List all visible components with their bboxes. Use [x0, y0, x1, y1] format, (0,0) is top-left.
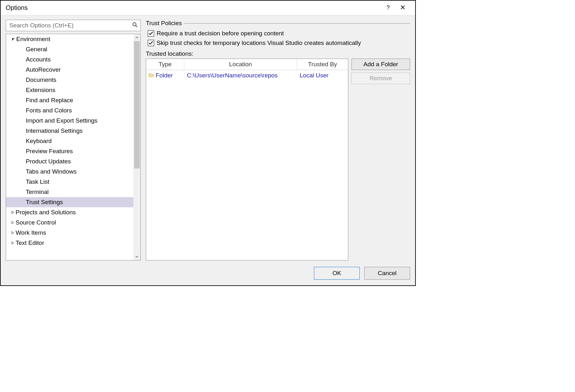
group-divider — [184, 23, 410, 24]
tree-label: Tabs and Windows — [26, 168, 76, 175]
chevron-collapsed-icon — [10, 231, 16, 234]
chevron-collapsed-icon — [10, 211, 16, 214]
dialog-footer: OK Cancel — [1, 260, 415, 285]
trusted-locations-table: Type Location Trusted By FolderC:\Users\… — [146, 59, 348, 260]
tree-label: Extensions — [26, 87, 55, 94]
tree-node-documents[interactable]: Documents — [6, 75, 133, 85]
tree-label: Terminal — [26, 189, 49, 196]
search-icon — [132, 22, 138, 29]
tree-label: Projects and Solutions — [16, 209, 76, 216]
tree-label: Keyboard — [26, 138, 52, 145]
tree-node-import-and-export-settings[interactable]: Import and Export Settings — [6, 116, 133, 126]
tree-label: Import and Export Settings — [26, 117, 97, 124]
table-row[interactable]: FolderC:\Users\UserName\source\reposLoca… — [146, 70, 348, 81]
tree-node-trust-settings[interactable]: Trust Settings — [6, 197, 133, 207]
titlebar: Options ? — [1, 1, 415, 15]
ok-button[interactable]: OK — [314, 267, 360, 280]
tree-label: General — [26, 46, 47, 53]
col-type-header[interactable]: Type — [146, 59, 184, 70]
require-trust-label: Require a trust decision before opening … — [157, 30, 284, 37]
search-options-input-wrap[interactable] — [6, 20, 141, 31]
tree-node-source-control[interactable]: Source Control — [6, 217, 133, 228]
col-trustedby-header[interactable]: Trusted By — [297, 59, 348, 70]
tree-label: Find and Replace — [26, 97, 73, 104]
tree-label: AutoRecover — [26, 66, 61, 73]
tree-label: Accounts — [26, 56, 51, 63]
tree-label: Text Editor — [16, 239, 44, 246]
window-title: Options — [6, 4, 28, 11]
group-title: Trust Policies — [146, 20, 182, 27]
tree-node-work-items[interactable]: Work Items — [6, 228, 133, 238]
skip-temp-label: Skip trust checks for temporary location… — [157, 39, 361, 46]
tree-node-international-settings[interactable]: International Settings — [6, 126, 133, 136]
tree-node-terminal[interactable]: Terminal — [6, 187, 133, 197]
chevron-expanded-icon — [11, 38, 16, 41]
add-folder-button[interactable]: Add a Folder — [351, 59, 410, 70]
tree-node-tabs-and-windows[interactable]: Tabs and Windows — [6, 167, 133, 177]
help-icon: ? — [387, 4, 390, 11]
cell-trustedby: Local User — [300, 72, 329, 79]
tree-label: Environment — [16, 36, 50, 43]
tree-label: Fonts and Colors — [26, 107, 72, 114]
tree-node-text-editor[interactable]: Text Editor — [6, 238, 133, 248]
remove-button: Remove — [351, 73, 410, 84]
folder-icon — [149, 72, 154, 79]
tree-node-accounts[interactable]: Accounts — [6, 54, 133, 65]
tree-label: Work Items — [16, 229, 46, 236]
trusted-locations-label: Trusted locations: — [146, 48, 410, 59]
tree-node-find-and-replace[interactable]: Find and Replace — [6, 95, 133, 105]
tree-node-extensions[interactable]: Extensions — [6, 85, 133, 95]
group-header: Trust Policies — [146, 20, 410, 27]
checkbox-checked-icon — [148, 30, 154, 37]
tree-label: Product Updates — [26, 158, 71, 165]
tree-node-keyboard[interactable]: Keyboard — [6, 136, 133, 146]
tree-node-autorecover[interactable]: AutoRecover — [6, 65, 133, 75]
require-trust-checkbox[interactable]: Require a trust decision before opening … — [146, 29, 410, 38]
chevron-collapsed-icon — [10, 241, 16, 245]
options-dialog: Options ? EnvironmentGeneralAccountsAuto… — [0, 0, 416, 286]
scroll-down-icon[interactable] — [133, 253, 140, 260]
chevron-collapsed-icon — [10, 221, 16, 224]
options-tree: EnvironmentGeneralAccountsAutoRecoverDoc… — [6, 34, 141, 260]
tree-node-general[interactable]: General — [6, 44, 133, 54]
tree-node-task-list[interactable]: Task List — [6, 177, 133, 187]
tree-label: Trust Settings — [26, 199, 63, 206]
table-header: Type Location Trusted By — [146, 59, 348, 70]
svg-point-0 — [133, 23, 136, 26]
checkbox-checked-icon — [148, 40, 154, 46]
tree-node-environment[interactable]: Environment — [6, 34, 133, 44]
close-button[interactable] — [395, 1, 410, 15]
tree-label: International Settings — [26, 127, 83, 134]
scroll-thumb[interactable] — [134, 41, 140, 168]
col-location-header[interactable]: Location — [184, 59, 297, 70]
cell-type: Folder — [156, 72, 173, 79]
tree-label: Task List — [26, 178, 49, 185]
close-icon — [401, 4, 405, 11]
tree-scrollbar[interactable] — [133, 34, 140, 260]
cell-location: C:\Users\UserName\source\repos — [187, 72, 278, 79]
tree-label: Source Control — [16, 219, 56, 226]
tree-node-preview-features[interactable]: Preview Features — [6, 146, 133, 156]
help-button[interactable]: ? — [381, 1, 395, 15]
cancel-button[interactable]: Cancel — [364, 267, 410, 280]
skip-temp-checkbox[interactable]: Skip trust checks for temporary location… — [146, 38, 410, 48]
tree-label: Preview Features — [26, 148, 73, 155]
tree-node-projects-and-solutions[interactable]: Projects and Solutions — [6, 207, 133, 217]
scroll-up-icon[interactable] — [133, 34, 140, 41]
tree-node-product-updates[interactable]: Product Updates — [6, 156, 133, 167]
tree-label: Documents — [26, 76, 56, 83]
tree-node-fonts-and-colors[interactable]: Fonts and Colors — [6, 105, 133, 116]
search-options-input[interactable] — [9, 22, 132, 29]
